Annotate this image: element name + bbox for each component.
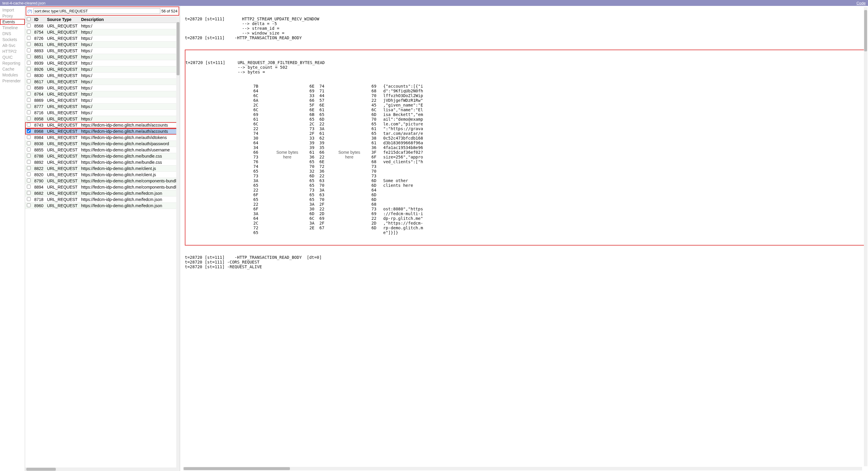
row-checkbox[interactable] — [27, 172, 31, 176]
row-checkbox[interactable] — [27, 117, 31, 120]
table-row[interactable]: 8743URL_REQUESThttps://fedcm-idp-demo.gl… — [25, 122, 180, 128]
row-checkbox[interactable] — [27, 135, 31, 139]
row-checkbox[interactable] — [27, 73, 31, 77]
sidebar-item-dns[interactable]: DNS — [0, 31, 25, 37]
table-row[interactable]: 8960URL_REQUESThttps://fedcm-idp-demo.gl… — [25, 203, 180, 209]
row-desc: https:/ — [80, 42, 180, 48]
table-row[interactable]: 8984URL_REQUESThttps://fedcm-idp-demo.gl… — [25, 134, 180, 141]
table-row[interactable]: 8894URL_REQUESThttps://fedcm-idp-demo.gl… — [25, 184, 180, 190]
sidebar-item-http2[interactable]: HTTP/2 — [0, 49, 25, 54]
hscroll-thumb[interactable] — [26, 468, 56, 471]
row-source: URL_REQUEST — [45, 178, 79, 184]
row-checkbox[interactable] — [27, 49, 31, 52]
row-checkbox[interactable] — [27, 92, 31, 96]
table-row[interactable]: 8617URL_REQUESThttps:/ — [25, 79, 180, 85]
table-row[interactable]: 8926URL_REQUESThttps:/ — [25, 66, 180, 72]
table-row[interactable]: 8790URL_REQUESThttps://fedcm-idp-demo.gl… — [25, 178, 180, 184]
events-table-wrap: ID Source Type Description 8568URL_REQUE… — [25, 16, 180, 467]
sidebar-item-reporting[interactable]: Reporting — [0, 60, 25, 66]
sidebar-item-modules[interactable]: Modules — [0, 72, 25, 78]
select-all-checkbox[interactable] — [27, 17, 31, 21]
row-checkbox[interactable] — [27, 160, 31, 164]
row-checkbox[interactable] — [27, 179, 31, 182]
col-description[interactable]: Description — [80, 16, 180, 23]
hex-row: 6F65 636D — [185, 192, 864, 197]
sidebar-item-events[interactable]: Events — [0, 19, 25, 25]
table-row[interactable]: 8589URL_REQUESThttps:/ — [25, 85, 180, 91]
table-row[interactable]: 8938URL_REQUESThttps://fedcm-idp-demo.gl… — [25, 141, 180, 147]
row-checkbox[interactable] — [27, 166, 31, 170]
table-row[interactable]: 8939URL_REQUESThttps:/ — [25, 60, 180, 66]
table-row[interactable]: 8726URL_REQUESThttps:/ — [25, 35, 180, 42]
table-row[interactable]: 8568URL_REQUESThttps:/ — [25, 23, 180, 29]
row-checkbox[interactable] — [27, 61, 31, 65]
row-checkbox[interactable] — [27, 42, 31, 46]
table-row[interactable]: 8830URL_REQUESThttps:/ — [25, 72, 180, 79]
table-row[interactable]: 8822URL_REQUESThttps://fedcm-idp-demo.gl… — [25, 165, 180, 172]
table-row[interactable]: 8764URL_REQUESThttps:/ — [25, 91, 180, 97]
table-row[interactable]: 8682URL_REQUESThttps://fedcm-idp-demo.gl… — [25, 190, 180, 196]
sidebar-item-import[interactable]: Import — [0, 7, 25, 13]
filter-input[interactable] — [33, 8, 160, 14]
row-checkbox[interactable] — [27, 154, 31, 158]
detail-vscroll-thumb[interactable] — [864, 10, 867, 51]
table-row[interactable]: 8958URL_REQUESThttps:/ — [25, 116, 180, 122]
detail-hscroll-thumb[interactable] — [184, 467, 290, 470]
row-checkbox[interactable] — [27, 67, 31, 71]
table-row[interactable]: 8631URL_REQUESThttps:/ — [25, 42, 180, 48]
row-checkbox[interactable] — [27, 142, 31, 145]
row-checkbox[interactable] — [27, 104, 31, 108]
row-checkbox[interactable] — [27, 197, 31, 201]
table-row[interactable]: 8851URL_REQUESThttps:/ — [25, 54, 180, 60]
row-checkbox[interactable] — [27, 80, 31, 83]
table-row[interactable]: 8968URL_REQUESThttps://fedcm-idp-demo.gl… — [25, 128, 180, 134]
vscroll-thumb[interactable] — [177, 22, 180, 75]
sidebar-item-proxy[interactable]: Proxy — [0, 13, 25, 19]
row-checkbox[interactable] — [27, 36, 31, 40]
code-link[interactable]: Code — [857, 1, 866, 5]
table-row[interactable]: 8893URL_REQUESThttps:/ — [25, 48, 180, 54]
row-checkbox[interactable] — [27, 148, 31, 151]
row-desc: https://fedcm-idp-demo.glitch.me/bundle.… — [80, 159, 180, 165]
table-row[interactable]: 8716URL_REQUESThttps:/ — [25, 110, 180, 116]
row-checkbox[interactable] — [27, 86, 31, 89]
row-source: URL_REQUEST — [45, 203, 79, 209]
hscrollbar[interactable] — [25, 467, 180, 471]
table-row[interactable]: 8920URL_REQUESThttps://fedcm-idp-demo.gl… — [25, 172, 180, 178]
sidebar-item-prerender[interactable]: Prerender — [0, 78, 25, 84]
vscrollbar[interactable] — [176, 16, 180, 467]
row-checkbox[interactable] — [27, 203, 31, 207]
row-checkbox[interactable] — [27, 24, 31, 27]
log-line: t=28720 [st=111] -CORS_REQUEST — [185, 260, 865, 264]
sidebar-item-sockets[interactable]: Sockets — [0, 37, 25, 42]
row-checkbox[interactable] — [27, 191, 31, 195]
row-source: URL_REQUEST — [45, 116, 79, 122]
table-row[interactable]: 8869URL_REQUESThttps:/ — [25, 97, 180, 103]
row-id: 8682 — [32, 190, 45, 196]
table-row[interactable]: 8777URL_REQUESThttps:/ — [25, 103, 180, 110]
table-row[interactable]: 8788URL_REQUESThttps://fedcm-idp-demo.gl… — [25, 153, 180, 159]
row-checkbox[interactable] — [27, 129, 31, 133]
row-checkbox[interactable] — [27, 111, 31, 114]
col-source-type[interactable]: Source Type — [45, 16, 79, 23]
col-checkbox[interactable] — [25, 16, 32, 23]
row-checkbox[interactable] — [27, 55, 31, 58]
row-checkbox[interactable] — [27, 98, 31, 102]
sidebar-item-timeline[interactable]: Timeline — [0, 25, 25, 31]
col-id[interactable]: ID — [32, 16, 45, 23]
row-checkbox[interactable] — [27, 185, 31, 189]
sidebar-item-altsvc[interactable]: Alt-Svc — [0, 42, 25, 49]
help-icon[interactable]: (?) — [27, 9, 32, 13]
table-row[interactable]: 8855URL_REQUESThttps://fedcm-idp-demo.gl… — [25, 147, 180, 153]
detail-hscroll[interactable] — [183, 467, 862, 470]
table-row[interactable]: 8892URL_REQUESThttps://fedcm-idp-demo.gl… — [25, 159, 180, 165]
table-row[interactable]: 8754URL_REQUESThttps:/ — [25, 29, 180, 35]
row-id: 8920 — [32, 172, 45, 178]
table-row[interactable]: 8718URL_REQUESThttps://fedcm-idp-demo.gl… — [25, 196, 180, 203]
sidebar-item-quic[interactable]: QUIC — [0, 54, 25, 60]
sidebar-item-cache[interactable]: Cache — [0, 66, 25, 72]
row-checkbox[interactable] — [27, 30, 31, 34]
row-source: URL_REQUEST — [45, 66, 79, 72]
detail-vscroll[interactable] — [864, 7, 867, 466]
row-checkbox[interactable] — [27, 123, 31, 127]
